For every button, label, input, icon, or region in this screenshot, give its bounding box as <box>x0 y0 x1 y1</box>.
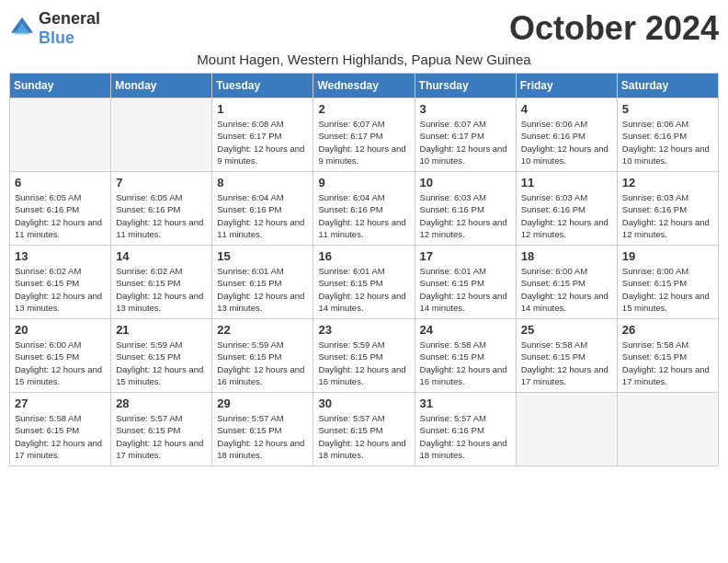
day-info: Sunrise: 5:58 AM Sunset: 6:15 PM Dayligh… <box>521 339 612 387</box>
day-number: 25 <box>521 323 612 337</box>
day-info: Sunrise: 5:58 AM Sunset: 6:15 PM Dayligh… <box>420 339 511 387</box>
day-info: Sunrise: 6:01 AM Sunset: 6:15 PM Dayligh… <box>420 265 511 314</box>
day-info: Sunrise: 6:04 AM Sunset: 6:16 PM Dayligh… <box>217 191 308 240</box>
calendar-cell: 28Sunrise: 5:57 AM Sunset: 6:15 PM Dayli… <box>111 393 212 466</box>
calendar-cell: 23Sunrise: 5:59 AM Sunset: 6:15 PM Dayli… <box>313 319 415 393</box>
day-info: Sunrise: 6:05 AM Sunset: 6:16 PM Dayligh… <box>15 191 106 240</box>
day-info: Sunrise: 5:59 AM Sunset: 6:15 PM Dayligh… <box>217 339 308 387</box>
day-number: 26 <box>622 323 713 337</box>
calendar-cell: 7Sunrise: 6:05 AM Sunset: 6:16 PM Daylig… <box>111 172 212 246</box>
day-info: Sunrise: 6:01 AM Sunset: 6:15 PM Dayligh… <box>217 265 308 314</box>
day-number: 10 <box>420 176 511 190</box>
day-number: 1 <box>217 102 308 116</box>
day-number: 21 <box>116 323 207 337</box>
calendar-cell <box>111 98 212 172</box>
calendar-cell: 15Sunrise: 6:01 AM Sunset: 6:15 PM Dayli… <box>212 246 313 319</box>
calendar-cell: 3Sunrise: 6:07 AM Sunset: 6:17 PM Daylig… <box>415 98 516 172</box>
weekday-header: Saturday <box>617 74 718 98</box>
day-info: Sunrise: 6:06 AM Sunset: 6:16 PM Dayligh… <box>521 118 612 167</box>
day-info: Sunrise: 6:02 AM Sunset: 6:15 PM Dayligh… <box>116 265 207 314</box>
location-title: Mount Hagen, Western Highlands, Papua Ne… <box>9 52 719 67</box>
day-number: 30 <box>318 396 409 410</box>
day-number: 5 <box>622 102 713 116</box>
calendar-cell: 19Sunrise: 6:00 AM Sunset: 6:15 PM Dayli… <box>617 246 718 319</box>
day-number: 22 <box>217 323 308 337</box>
day-info: Sunrise: 6:05 AM Sunset: 6:16 PM Dayligh… <box>116 191 207 240</box>
logo-blue: Blue <box>39 29 74 47</box>
day-number: 11 <box>521 176 612 190</box>
logo-icon <box>9 16 35 41</box>
day-info: Sunrise: 6:08 AM Sunset: 6:17 PM Dayligh… <box>217 118 308 167</box>
day-info: Sunrise: 5:57 AM Sunset: 6:15 PM Dayligh… <box>318 412 409 461</box>
weekday-header: Thursday <box>415 74 516 98</box>
calendar-cell: 4Sunrise: 6:06 AM Sunset: 6:16 PM Daylig… <box>516 98 617 172</box>
day-number: 24 <box>420 323 511 337</box>
weekday-header: Friday <box>516 74 617 98</box>
calendar-cell <box>516 393 617 466</box>
day-info: Sunrise: 6:04 AM Sunset: 6:16 PM Dayligh… <box>318 191 409 240</box>
calendar-week-row: 1Sunrise: 6:08 AM Sunset: 6:17 PM Daylig… <box>10 98 719 172</box>
calendar-cell: 21Sunrise: 5:59 AM Sunset: 6:15 PM Dayli… <box>111 319 212 393</box>
calendar-header-row: SundayMondayTuesdayWednesdayThursdayFrid… <box>10 74 719 98</box>
day-info: Sunrise: 6:00 AM Sunset: 6:15 PM Dayligh… <box>622 265 713 314</box>
day-info: Sunrise: 6:00 AM Sunset: 6:15 PM Dayligh… <box>15 339 106 387</box>
calendar-cell: 8Sunrise: 6:04 AM Sunset: 6:16 PM Daylig… <box>212 172 313 246</box>
calendar-cell: 2Sunrise: 6:07 AM Sunset: 6:17 PM Daylig… <box>313 98 415 172</box>
calendar-cell: 10Sunrise: 6:03 AM Sunset: 6:16 PM Dayli… <box>415 172 516 246</box>
day-number: 3 <box>420 102 511 116</box>
day-number: 15 <box>217 249 308 263</box>
day-info: Sunrise: 6:03 AM Sunset: 6:16 PM Dayligh… <box>521 191 612 240</box>
day-info: Sunrise: 6:07 AM Sunset: 6:17 PM Dayligh… <box>420 118 511 167</box>
day-info: Sunrise: 5:57 AM Sunset: 6:15 PM Dayligh… <box>116 412 207 461</box>
day-info: Sunrise: 5:57 AM Sunset: 6:16 PM Dayligh… <box>420 412 511 461</box>
day-info: Sunrise: 6:01 AM Sunset: 6:15 PM Dayligh… <box>318 265 409 314</box>
day-number: 28 <box>116 396 207 410</box>
day-number: 17 <box>420 249 511 263</box>
day-number: 7 <box>116 176 207 190</box>
day-info: Sunrise: 6:03 AM Sunset: 6:16 PM Dayligh… <box>420 191 511 240</box>
calendar-cell: 25Sunrise: 5:58 AM Sunset: 6:15 PM Dayli… <box>516 319 617 393</box>
day-number: 13 <box>15 249 106 263</box>
calendar-cell: 26Sunrise: 5:58 AM Sunset: 6:15 PM Dayli… <box>617 319 718 393</box>
calendar-cell: 9Sunrise: 6:04 AM Sunset: 6:16 PM Daylig… <box>313 172 415 246</box>
calendar-week-row: 20Sunrise: 6:00 AM Sunset: 6:15 PM Dayli… <box>10 319 719 393</box>
day-number: 16 <box>318 249 409 263</box>
page-header: General Blue October 2024 <box>9 9 719 48</box>
day-info: Sunrise: 6:07 AM Sunset: 6:17 PM Dayligh… <box>318 118 409 167</box>
weekday-header: Sunday <box>10 74 111 98</box>
day-number: 27 <box>15 396 106 410</box>
logo: General Blue <box>9 9 100 48</box>
calendar-cell: 24Sunrise: 5:58 AM Sunset: 6:15 PM Dayli… <box>415 319 516 393</box>
day-number: 6 <box>15 176 106 190</box>
day-info: Sunrise: 5:58 AM Sunset: 6:15 PM Dayligh… <box>622 339 713 387</box>
calendar-cell <box>617 393 718 466</box>
day-info: Sunrise: 6:00 AM Sunset: 6:15 PM Dayligh… <box>521 265 612 314</box>
day-info: Sunrise: 6:02 AM Sunset: 6:15 PM Dayligh… <box>15 265 106 314</box>
calendar-cell: 29Sunrise: 5:57 AM Sunset: 6:15 PM Dayli… <box>212 393 313 466</box>
calendar-cell: 6Sunrise: 6:05 AM Sunset: 6:16 PM Daylig… <box>10 172 111 246</box>
calendar-cell: 31Sunrise: 5:57 AM Sunset: 6:16 PM Dayli… <box>415 393 516 466</box>
day-info: Sunrise: 5:57 AM Sunset: 6:15 PM Dayligh… <box>217 412 308 461</box>
day-info: Sunrise: 6:03 AM Sunset: 6:16 PM Dayligh… <box>622 191 713 240</box>
day-number: 12 <box>622 176 713 190</box>
day-info: Sunrise: 6:06 AM Sunset: 6:16 PM Dayligh… <box>622 118 713 167</box>
day-info: Sunrise: 5:59 AM Sunset: 6:15 PM Dayligh… <box>116 339 207 387</box>
day-number: 23 <box>318 323 409 337</box>
day-info: Sunrise: 5:59 AM Sunset: 6:15 PM Dayligh… <box>318 339 409 387</box>
calendar-week-row: 6Sunrise: 6:05 AM Sunset: 6:16 PM Daylig… <box>10 172 719 246</box>
calendar-cell <box>10 98 111 172</box>
calendar-cell: 17Sunrise: 6:01 AM Sunset: 6:15 PM Dayli… <box>415 246 516 319</box>
weekday-header: Monday <box>111 74 212 98</box>
calendar-cell: 11Sunrise: 6:03 AM Sunset: 6:16 PM Dayli… <box>516 172 617 246</box>
calendar-cell: 14Sunrise: 6:02 AM Sunset: 6:15 PM Dayli… <box>111 246 212 319</box>
day-number: 20 <box>15 323 106 337</box>
day-number: 8 <box>217 176 308 190</box>
calendar-table: SundayMondayTuesdayWednesdayThursdayFrid… <box>9 73 719 466</box>
calendar-week-row: 27Sunrise: 5:58 AM Sunset: 6:15 PM Dayli… <box>10 393 719 466</box>
day-number: 18 <box>521 249 612 263</box>
calendar-cell: 27Sunrise: 5:58 AM Sunset: 6:15 PM Dayli… <box>10 393 111 466</box>
calendar-cell: 30Sunrise: 5:57 AM Sunset: 6:15 PM Dayli… <box>313 393 415 466</box>
weekday-header: Wednesday <box>313 74 415 98</box>
calendar-cell: 13Sunrise: 6:02 AM Sunset: 6:15 PM Dayli… <box>10 246 111 319</box>
day-info: Sunrise: 5:58 AM Sunset: 6:15 PM Dayligh… <box>15 412 106 461</box>
